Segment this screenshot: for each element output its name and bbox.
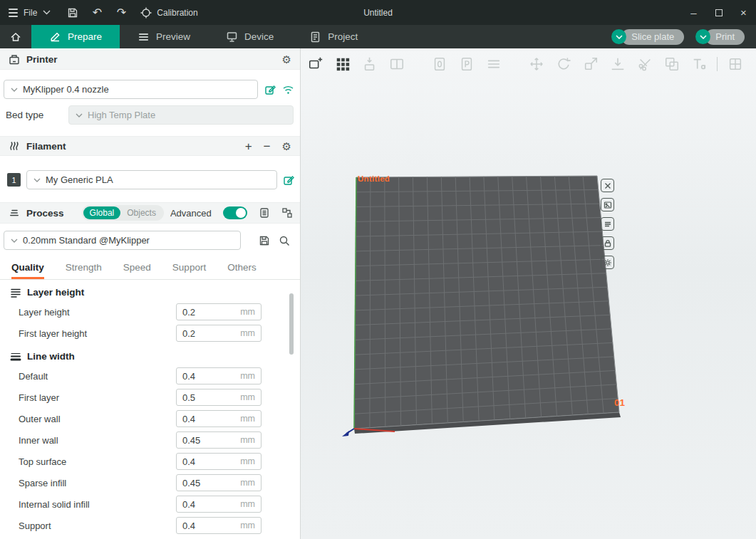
advanced-toggle[interactable] <box>223 206 247 219</box>
pause-height-icon[interactable] <box>430 55 449 73</box>
param-value-input[interactable] <box>177 392 228 403</box>
process-preset-select[interactable]: 0.20mm Standard @MyKlipper <box>4 231 241 250</box>
calibration-label: Calibration <box>157 8 197 18</box>
rotate-icon[interactable] <box>554 55 573 73</box>
tab-prepare[interactable]: Prepare <box>31 25 120 48</box>
assembly-view-icon[interactable] <box>726 55 745 73</box>
lock-plate-icon[interactable] <box>601 236 614 250</box>
redo-button[interactable]: ↷ <box>109 0 133 25</box>
plate-name-icon[interactable] <box>601 217 614 231</box>
plate-number-label: 01 <box>614 397 625 408</box>
scale-icon[interactable] <box>581 55 600 73</box>
param-input[interactable]: mm <box>176 367 262 384</box>
tab-preview[interactable]: Preview <box>120 25 208 48</box>
maximize-button[interactable] <box>706 0 731 25</box>
param-input[interactable]: mm <box>176 453 262 470</box>
param-value-input[interactable] <box>177 435 228 446</box>
build-plate[interactable] <box>301 48 756 539</box>
param-input[interactable]: mm <box>176 517 262 534</box>
split-window-icon[interactable] <box>388 55 406 73</box>
process-scope-toggle[interactable]: Global Objects <box>82 205 164 221</box>
plate-image-icon[interactable] <box>601 198 614 211</box>
wifi-connection-icon[interactable] <box>282 85 294 95</box>
filament-slot-badge[interactable]: 1 <box>7 173 21 187</box>
variable-layer-icon[interactable] <box>485 55 503 73</box>
text-shape-icon[interactable] <box>690 55 708 73</box>
param-label: Top surface <box>19 456 66 467</box>
scope-global[interactable]: Global <box>83 206 121 219</box>
section-header-line-width: Line width <box>0 344 300 365</box>
printer-section-title: Printer <box>26 54 58 65</box>
param-input[interactable]: mm <box>176 410 262 427</box>
add-plate-icon[interactable] <box>306 55 325 73</box>
process-param-tabs: Quality Strength Speed Support Others <box>0 258 300 280</box>
tab-strength[interactable]: Strength <box>66 262 102 279</box>
param-input[interactable]: mm <box>176 389 262 406</box>
delete-plate-icon[interactable] <box>601 179 614 192</box>
param-value-input[interactable] <box>177 499 228 510</box>
print-label[interactable]: Print <box>705 29 745 45</box>
slice-plate-label[interactable]: Slice plate <box>621 29 684 45</box>
move-icon[interactable] <box>527 55 546 73</box>
tab-project[interactable]: Project <box>291 25 376 48</box>
undo-button[interactable]: ↶ <box>85 0 109 25</box>
tab-speed[interactable]: Speed <box>123 262 151 279</box>
remove-filament-button[interactable]: − <box>264 140 271 152</box>
custom-gcode-icon[interactable] <box>457 55 476 73</box>
close-button[interactable]: × <box>731 0 756 25</box>
param-value-input[interactable] <box>177 414 228 424</box>
bed-type-select[interactable]: High Temp Plate <box>68 105 294 125</box>
save-button[interactable] <box>61 0 85 25</box>
printer-preset-value: MyKlipper 0.4 nozzle <box>23 84 109 95</box>
param-input[interactable]: mm <box>176 325 262 342</box>
tab-support[interactable]: Support <box>172 262 206 279</box>
scope-objects[interactable]: Objects <box>120 208 162 218</box>
layer-height-icon <box>10 288 21 298</box>
param-input[interactable]: mm <box>176 303 262 320</box>
param-unit: mm <box>240 456 261 466</box>
file-menu-chevron-icon[interactable] <box>43 10 51 15</box>
edit-printer-icon[interactable] <box>264 84 276 95</box>
search-params-icon[interactable] <box>279 235 290 246</box>
filament-preset-select[interactable]: My Generic PLA <box>26 170 277 189</box>
arrange-all-icon[interactable] <box>333 55 352 73</box>
param-value-input[interactable] <box>177 520 228 531</box>
calibration-icon <box>140 7 152 19</box>
param-input[interactable]: mm <box>176 496 262 513</box>
param-value-input[interactable] <box>177 328 228 339</box>
tab-others[interactable]: Others <box>227 262 257 279</box>
auto-orient-icon[interactable] <box>361 55 379 73</box>
param-label: First layer <box>19 392 59 403</box>
home-button[interactable] <box>0 25 31 48</box>
param-value-input[interactable] <box>177 307 228 318</box>
param-unit: mm <box>240 392 261 402</box>
filament-settings-gear-icon[interactable]: ⚙ <box>282 141 291 152</box>
param-value-input[interactable] <box>177 478 228 488</box>
param-input[interactable]: mm <box>176 431 262 449</box>
plate-settings-gear-icon[interactable] <box>601 256 614 269</box>
slice-plate-button[interactable]: Slice plate <box>611 29 684 45</box>
printer-preset-select[interactable]: MyKlipper 0.4 nozzle <box>4 80 258 99</box>
calibration-button[interactable]: Calibration <box>140 7 197 19</box>
cut-icon[interactable] <box>636 55 654 73</box>
add-filament-button[interactable]: + <box>245 140 252 152</box>
tab-device[interactable]: Device <box>208 25 291 48</box>
file-menu-button[interactable]: File <box>0 0 41 25</box>
minimize-button[interactable]: – <box>681 0 706 25</box>
sidebar-scrollbar[interactable] <box>289 293 294 355</box>
save-preset-icon[interactable] <box>259 235 270 246</box>
param-value-input[interactable] <box>177 371 228 382</box>
printer-settings-gear-icon[interactable]: ⚙ <box>282 54 291 65</box>
lay-flat-icon[interactable] <box>609 55 627 73</box>
options-list-icon[interactable] <box>259 207 270 219</box>
tab-device-label: Device <box>244 31 274 42</box>
print-button[interactable]: Print <box>695 29 745 45</box>
param-input[interactable]: mm <box>176 474 262 491</box>
viewport-3d[interactable]: Untitled 01 <box>301 48 756 539</box>
viewport-toolbar <box>306 53 745 75</box>
mesh-boolean-icon[interactable] <box>663 55 681 73</box>
tab-quality[interactable]: Quality <box>11 262 44 279</box>
compare-presets-icon[interactable] <box>281 207 293 219</box>
edit-filament-icon[interactable] <box>283 174 294 186</box>
param-value-input[interactable] <box>177 456 228 467</box>
